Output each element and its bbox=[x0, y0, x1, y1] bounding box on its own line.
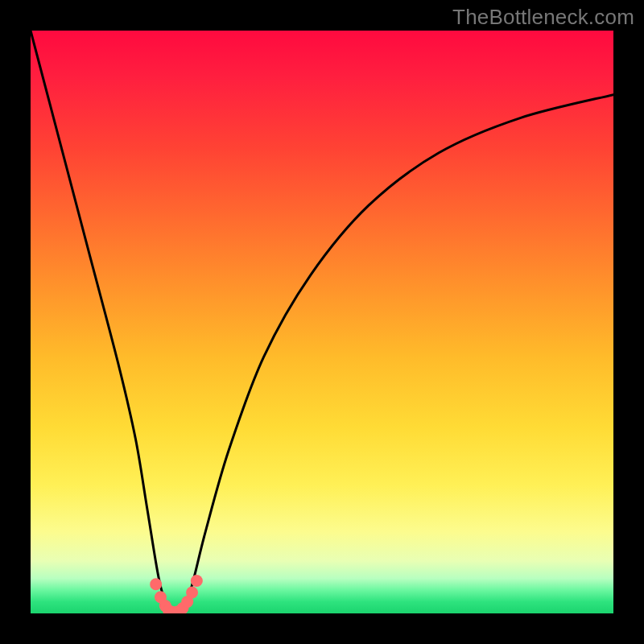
dip-dot bbox=[191, 575, 203, 587]
chart-frame: TheBottleneck.com bbox=[0, 0, 644, 644]
bottleneck-curve bbox=[31, 31, 613, 613]
watermark-text: TheBottleneck.com bbox=[452, 5, 634, 30]
dip-marker bbox=[150, 575, 203, 613]
dip-dot bbox=[150, 578, 162, 590]
plot-area bbox=[31, 31, 613, 613]
curve-layer bbox=[31, 31, 613, 613]
dip-dot bbox=[186, 586, 198, 598]
